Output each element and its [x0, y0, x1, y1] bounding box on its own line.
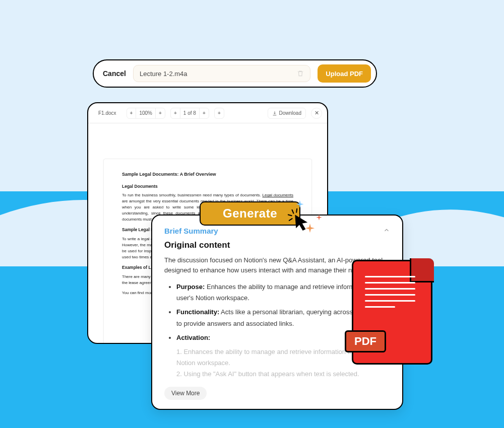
cancel-button[interactable]: Cancel [103, 69, 126, 78]
zoom-in-button[interactable]: + [156, 108, 165, 118]
sparkle-icon [316, 215, 323, 222]
download-label: Download [279, 110, 301, 116]
zoom-level: 100% [136, 108, 156, 118]
doc-heading-legal: Legal Documents [122, 183, 293, 190]
download-icon [272, 111, 277, 116]
generate-label: Generate [223, 206, 277, 221]
original-content-title: Original content [164, 240, 390, 250]
document-toolbar: F1.docx + 100% + + 1 of 8 + + Download ✕ [88, 103, 327, 123]
svg-line-2 [296, 209, 297, 212]
filename-text: Lecture 1-2.m4a [140, 70, 293, 78]
document-filename: F1.docx [93, 108, 121, 118]
view-more-button[interactable]: View More [164, 387, 207, 400]
extra-group: + [214, 108, 224, 119]
page-indicator: 1 of 8 [180, 108, 200, 118]
close-button[interactable]: ✕ [311, 108, 322, 119]
cursor-click-icon [287, 208, 310, 231]
download-button[interactable]: Download [268, 108, 306, 119]
faded-line: 2. Using the "Ask AI" button that appear… [164, 369, 390, 380]
upload-bar: Cancel Lecture 1-2.m4a Upload PDF [93, 59, 377, 88]
svg-line-0 [292, 210, 294, 213]
generate-button[interactable]: Generate [200, 201, 300, 226]
pdf-label: PDF [345, 330, 386, 352]
pdf-file-icon: PDF [352, 260, 432, 365]
zoom-out-button[interactable]: + [127, 108, 137, 118]
filename-field[interactable]: Lecture 1-2.m4a [133, 65, 310, 82]
svg-line-1 [288, 215, 292, 216]
trash-icon[interactable] [297, 70, 304, 77]
collapse-button[interactable] [383, 227, 390, 235]
doc-title: Sample Legal Documents: A Brief Overview [122, 171, 293, 178]
chevron-up-icon [383, 227, 390, 234]
page-prev-button[interactable]: + [171, 108, 180, 118]
toolbar-extra-button[interactable]: + [215, 108, 224, 118]
page-next-button[interactable]: + [200, 108, 209, 118]
upload-pdf-button[interactable]: Upload PDF [318, 64, 371, 83]
zoom-group: + 100% + [127, 108, 165, 119]
brief-summary-title: Brief Summary [164, 227, 218, 235]
svg-line-3 [289, 219, 292, 221]
page-nav-group: + 1 of 8 + [170, 108, 209, 119]
